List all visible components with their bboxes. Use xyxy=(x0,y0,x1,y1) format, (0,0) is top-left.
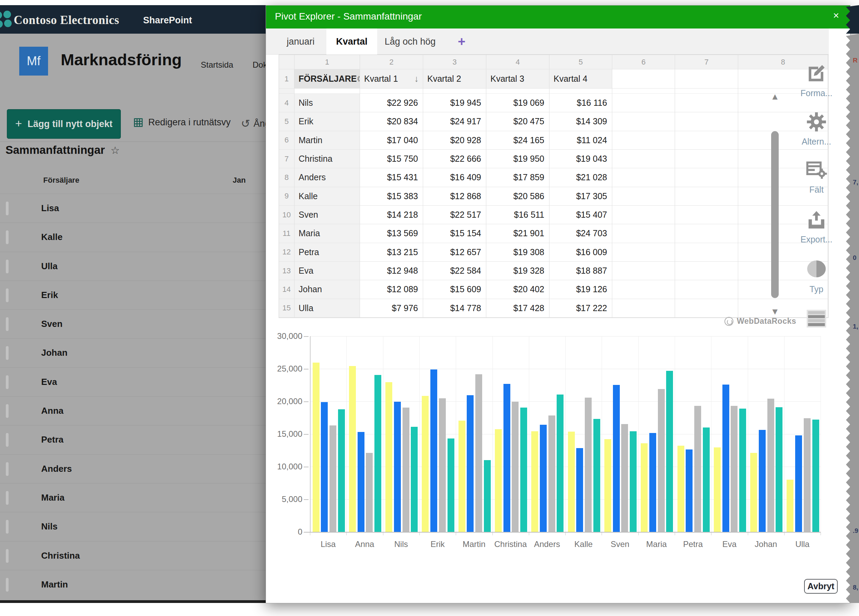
tool-fält[interactable]: Fält xyxy=(782,160,851,195)
sheet-cell-value[interactable]: $20 834 xyxy=(360,112,423,131)
sheet-cell[interactable] xyxy=(612,187,675,206)
sheet-scrollbar[interactable]: ▲ ▼ xyxy=(769,91,781,317)
sheet-cell-value[interactable]: $22 584 xyxy=(423,262,486,280)
list-item[interactable]: Eva xyxy=(0,367,266,396)
sheet-cell-value[interactable]: $14 309 xyxy=(550,112,612,131)
tool-layers-icon[interactable] xyxy=(782,309,851,330)
list-item[interactable]: Petra xyxy=(0,425,266,454)
list-item[interactable]: Ulla xyxy=(0,252,266,280)
sheet-cell-value[interactable]: $19 328 xyxy=(486,262,550,280)
sheet-cell-value[interactable]: $19 069 xyxy=(486,94,550,112)
list-item[interactable]: Anna xyxy=(0,396,266,425)
sheet-cell-name[interactable]: Martin xyxy=(294,131,360,150)
sheet-cell-value[interactable]: $16 009 xyxy=(550,243,612,262)
sheet-cell-name[interactable]: Erik xyxy=(294,112,360,131)
row-drag-handle[interactable] xyxy=(6,230,9,244)
close-icon[interactable]: × xyxy=(833,9,839,21)
sheet-cell[interactable] xyxy=(612,262,675,280)
sheet-cell[interactable] xyxy=(738,243,828,262)
sheet-cell-value[interactable]: $7 976 xyxy=(360,299,423,317)
list-item[interactable]: Christina xyxy=(0,541,266,570)
row-header-10[interactable]: 10 xyxy=(279,206,294,224)
tool-altern[interactable]: Altern... xyxy=(782,112,851,147)
sheet-cell-value[interactable]: $12 948 xyxy=(360,262,423,280)
site-logo-tile[interactable]: Mf xyxy=(19,47,48,75)
sheet-cell-name[interactable]: Kalle xyxy=(294,187,360,206)
pivot-header-kvartal-1[interactable]: Kvartal 1↓ xyxy=(360,69,423,89)
row-drag-handle[interactable] xyxy=(6,288,9,302)
sheet-cell-value[interactable]: $17 428 xyxy=(486,299,550,317)
sheet-cell-value[interactable]: $22 666 xyxy=(423,150,486,168)
column-header-5[interactable]: 5 xyxy=(550,55,612,69)
edit-in-grid-view-button[interactable]: Redigera i rutnätsvy xyxy=(133,117,231,128)
sheet-cell[interactable] xyxy=(675,94,738,112)
sort-desc-icon[interactable]: ↓ xyxy=(414,73,419,84)
list-item[interactable]: Johan xyxy=(0,338,266,367)
sheet-cell-value[interactable]: $13 569 xyxy=(360,224,423,243)
sheet-cell-name[interactable]: Nils xyxy=(294,94,360,112)
sheet-cell-value[interactable]: $17 305 xyxy=(550,187,612,206)
sheet-cell[interactable] xyxy=(612,69,675,89)
row-drag-handle[interactable] xyxy=(6,375,9,389)
sheet-cell-name[interactable]: Sven xyxy=(294,206,360,224)
column-header-4[interactable]: 4 xyxy=(486,55,550,69)
column-header-2[interactable]: 2 xyxy=(360,55,423,69)
sheet-cell-value[interactable]: $24 703 xyxy=(550,224,612,243)
row-header-1[interactable]: 1 xyxy=(279,69,294,89)
column-header-7[interactable]: 7 xyxy=(675,55,738,69)
add-tab-icon[interactable]: + xyxy=(451,28,472,55)
sheet-cell-value[interactable]: $17 040 xyxy=(360,131,423,150)
sheet-cell-value[interactable]: $15 383 xyxy=(360,187,423,206)
list-item[interactable]: Martin xyxy=(0,570,266,599)
sheet-cell-name[interactable]: Christina xyxy=(294,150,360,168)
column-header-3[interactable]: 3 xyxy=(423,55,486,69)
sheet-cell[interactable] xyxy=(675,243,738,262)
sheet-cell[interactable] xyxy=(612,206,675,224)
row-header-14[interactable]: 14 xyxy=(279,280,294,299)
sheet-cell[interactable] xyxy=(612,243,675,262)
row-header-9[interactable]: 9 xyxy=(279,187,294,206)
sheet-cell-value[interactable]: $21 901 xyxy=(486,224,550,243)
pivot-header-kvartal-3[interactable]: Kvartal 3 xyxy=(486,69,550,89)
row-drag-handle[interactable] xyxy=(6,462,9,476)
sheet-cell-value[interactable]: $22 926 xyxy=(360,94,423,112)
row-drag-handle[interactable] xyxy=(6,346,9,360)
list-item[interactable]: Nils xyxy=(0,512,266,541)
nav-item-dokument[interactable]: Dok xyxy=(253,60,266,70)
tab-januari[interactable]: januari xyxy=(275,28,326,55)
list-item[interactable]: Maria xyxy=(0,483,266,512)
row-header-13[interactable]: 13 xyxy=(279,262,294,280)
row-drag-handle[interactable] xyxy=(6,491,9,505)
row-drag-handle[interactable] xyxy=(6,260,9,273)
sheet-cell[interactable] xyxy=(675,112,738,131)
scroll-down-icon[interactable]: ▼ xyxy=(769,306,781,317)
sheet-cell[interactable] xyxy=(612,112,675,131)
list-column-forsaljare[interactable]: Försäljare xyxy=(43,176,79,185)
tool-forma[interactable]: Forma... xyxy=(782,63,851,98)
sheet-cell-value[interactable]: $14 778 xyxy=(423,299,486,317)
column-header-1[interactable]: 1 xyxy=(294,55,360,69)
sheet-cell-value[interactable]: $19 126 xyxy=(550,280,612,299)
sheet-cell-value[interactable]: $15 407 xyxy=(550,206,612,224)
sheet-cell[interactable] xyxy=(612,280,675,299)
sheet-cell-name[interactable]: Eva xyxy=(294,262,360,280)
list-column-jan[interactable]: Jan xyxy=(233,176,246,185)
sheet-cell[interactable] xyxy=(675,150,738,168)
sheet-cell-name[interactable]: Maria xyxy=(294,224,360,243)
undo-button[interactable]: ↺ Ång xyxy=(241,117,266,130)
sheet-cell-value[interactable]: $17 222 xyxy=(550,299,612,317)
sheet-cell[interactable] xyxy=(612,94,675,112)
sheet-cell-value[interactable]: $15 750 xyxy=(360,150,423,168)
row-header-11[interactable]: 11 xyxy=(279,224,294,243)
row-header-8[interactable]: 8 xyxy=(279,168,294,187)
sheet-cell[interactable] xyxy=(675,280,738,299)
tab-l-g-och-h-g[interactable]: Låg och hög xyxy=(377,28,443,55)
sheet-cell-value[interactable]: $15 609 xyxy=(423,280,486,299)
nav-item-startsida[interactable]: Startsida xyxy=(201,60,233,70)
sheet-cell-value[interactable]: $24 917 xyxy=(423,112,486,131)
row-drag-handle[interactable] xyxy=(6,202,9,215)
sheet-cell-value[interactable]: $17 859 xyxy=(486,168,550,187)
tab-kvartal[interactable]: Kvartal xyxy=(326,28,377,55)
row-drag-handle[interactable] xyxy=(6,404,9,418)
scroll-up-icon[interactable]: ▲ xyxy=(769,91,781,102)
